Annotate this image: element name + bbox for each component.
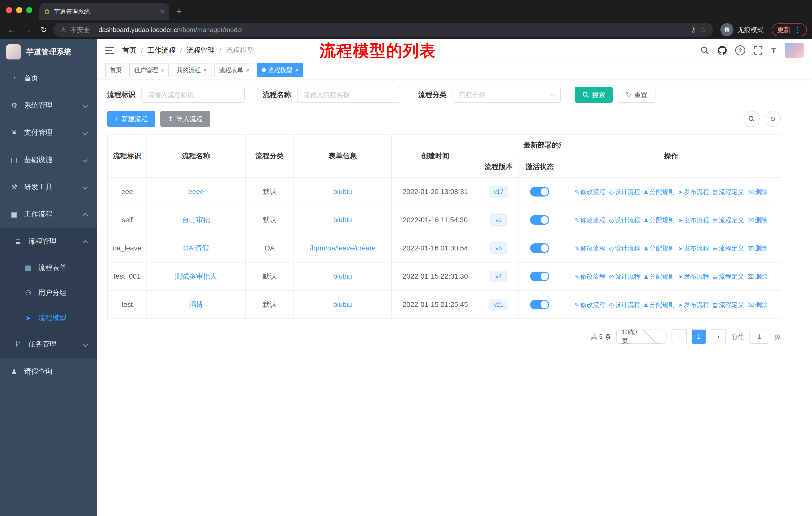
bookmark-star-icon[interactable]: ☆ xyxy=(700,26,706,34)
security-label[interactable]: 不安全 xyxy=(70,25,90,34)
form-info-link[interactable]: /bpm/oa/leave/create xyxy=(310,244,376,252)
edit-model-link[interactable]: ✎修改流程 xyxy=(575,245,605,252)
breadcrumb-workflow[interactable]: 工作流程 xyxy=(137,46,176,55)
search-icon[interactable] xyxy=(700,46,709,55)
sidebar-item-system[interactable]: ⚙ 系统管理 xyxy=(0,92,97,119)
delete-model-link[interactable]: ⌧删除 xyxy=(748,273,767,280)
next-page-button[interactable]: › xyxy=(711,329,726,344)
import-model-button[interactable]: ↥ 导入流程 xyxy=(160,111,210,127)
close-window-button[interactable] xyxy=(6,7,12,13)
sidebar-item-process-form[interactable]: ▥ 流程表单 xyxy=(0,255,97,280)
form-info-link[interactable]: biubiu xyxy=(333,216,352,224)
tag-close-icon[interactable]: × xyxy=(246,66,250,74)
hamburger-icon[interactable] xyxy=(105,47,114,54)
sidebar-item-payment[interactable]: ¥ 支付管理 xyxy=(0,119,97,146)
tag-close-icon[interactable]: × xyxy=(161,66,164,74)
design-model-link[interactable]: ◎设计流程 xyxy=(609,188,640,195)
process-definition-link[interactable]: ▤流程定义 xyxy=(713,273,744,280)
deploy-model-link[interactable]: ➤发布流程 xyxy=(678,216,709,223)
model-name-link[interactable]: 测试多审批人 xyxy=(175,272,217,280)
form-info-link[interactable]: biubiu xyxy=(333,272,352,280)
back-icon[interactable]: ← xyxy=(5,25,18,34)
assign-rule-link[interactable]: ♟分配规则 xyxy=(644,216,675,223)
address-bar[interactable]: ⚠ 不安全 dashboard.yudao.iocoder.cn/bpm/man… xyxy=(53,23,713,37)
tag-close-icon[interactable]: × xyxy=(203,66,207,74)
sidebar-item-leave-query[interactable]: ♟ 请假查询 xyxy=(0,358,97,385)
sidebar-item-home[interactable]: ◔ 首页 xyxy=(0,64,97,92)
tag-my-process[interactable]: 我的流程 × xyxy=(172,63,211,77)
filter-name-input[interactable] xyxy=(297,87,400,103)
version-badge[interactable]: v4 xyxy=(490,271,507,282)
version-badge[interactable]: v17 xyxy=(489,186,509,197)
edit-model-link[interactable]: ✎修改流程 xyxy=(575,188,605,195)
active-status-toggle[interactable] xyxy=(530,243,549,253)
process-definition-link[interactable]: ▤流程定义 xyxy=(713,188,744,195)
zoom-window-button[interactable] xyxy=(26,7,32,13)
forward-icon[interactable]: → xyxy=(21,25,34,34)
design-model-link[interactable]: ◎设计流程 xyxy=(609,273,640,280)
edit-model-link[interactable]: ✎修改流程 xyxy=(575,301,605,308)
filter-category-select[interactable]: 流程分类 xyxy=(453,87,561,103)
active-status-toggle[interactable] xyxy=(530,215,549,225)
model-name-link[interactable]: 自己审批 xyxy=(182,216,210,224)
prev-page-button[interactable]: ‹ xyxy=(671,329,687,344)
edit-model-link[interactable]: ✎修改流程 xyxy=(575,216,605,223)
minimize-window-button[interactable] xyxy=(16,7,22,13)
edit-model-link[interactable]: ✎修改流程 xyxy=(575,273,605,280)
active-status-toggle[interactable] xyxy=(530,272,549,281)
design-model-link[interactable]: ◎设计流程 xyxy=(609,216,640,223)
model-name-link[interactable]: eeee xyxy=(188,188,204,195)
model-name-link[interactable]: 滔博 xyxy=(189,301,203,308)
search-button[interactable]: 搜索 xyxy=(575,87,613,103)
goto-page-input[interactable] xyxy=(749,330,769,344)
assign-rule-link[interactable]: ♟分配规则 xyxy=(644,301,675,308)
tag-home[interactable]: 首页 xyxy=(105,63,126,77)
delete-model-link[interactable]: ⌧删除 xyxy=(748,245,767,252)
sidebar-item-devtools[interactable]: ⚒ 研发工具 xyxy=(0,173,97,200)
new-tab-button[interactable]: + xyxy=(176,6,182,17)
breadcrumb-home[interactable]: 首页 xyxy=(122,46,137,55)
breadcrumb-process-mgmt[interactable]: 流程管理 xyxy=(176,46,215,55)
sidebar-item-workflow[interactable]: ▣ 工作流程 xyxy=(0,200,97,228)
deploy-model-link[interactable]: ➤发布流程 xyxy=(678,273,709,280)
help-icon[interactable]: ? xyxy=(735,45,745,55)
assign-rule-link[interactable]: ♟分配规则 xyxy=(644,245,675,252)
filter-key-input[interactable] xyxy=(141,87,245,103)
deploy-model-link[interactable]: ➤发布流程 xyxy=(678,301,709,308)
tag-process-form[interactable]: 流程表单 × xyxy=(214,63,254,77)
sidebar-item-process-mgmt[interactable]: ≣ 流程管理 xyxy=(0,228,97,255)
process-definition-link[interactable]: ▤流程定义 xyxy=(713,216,744,223)
browser-menu-icon[interactable]: ⋮ xyxy=(794,26,802,34)
browser-update-button[interactable]: 更新 ⋮ xyxy=(772,23,807,36)
sidebar-item-process-model[interactable]: ➤ 流程模型 xyxy=(0,305,97,331)
assign-rule-link[interactable]: ♟分配规则 xyxy=(644,188,675,195)
browser-tab[interactable]: ✿ 芋道管理系统 × xyxy=(39,3,169,20)
deploy-model-link[interactable]: ➤发布流程 xyxy=(678,188,709,195)
create-model-button[interactable]: + 新建流程 xyxy=(107,111,155,127)
fullscreen-icon[interactable] xyxy=(754,46,762,55)
assign-rule-link[interactable]: ♟分配规则 xyxy=(644,273,675,280)
tag-tenant-mgmt[interactable]: 租户管理 × xyxy=(129,63,169,77)
process-definition-link[interactable]: ▤流程定义 xyxy=(713,301,744,308)
sidebar-item-task-mgmt[interactable]: ⚐ 任务管理 xyxy=(0,331,97,358)
sidebar-item-user-group[interactable]: ⚇ 用户分组 xyxy=(0,280,97,305)
delete-model-link[interactable]: ⌧删除 xyxy=(748,216,767,223)
version-badge[interactable]: v2 xyxy=(490,214,507,226)
reset-button[interactable]: ↻ 重置 xyxy=(618,87,656,103)
active-status-toggle[interactable] xyxy=(530,300,549,309)
tab-close-icon[interactable]: × xyxy=(160,7,164,16)
page-size-select[interactable]: 10条/页 xyxy=(616,330,667,344)
app-logo[interactable]: 芋道管理系统 xyxy=(0,39,97,64)
delete-model-link[interactable]: ⌧删除 xyxy=(748,301,767,308)
version-badge[interactable]: v21 xyxy=(489,299,509,310)
delete-model-link[interactable]: ⌧删除 xyxy=(748,188,767,195)
deploy-model-link[interactable]: ➤发布流程 xyxy=(678,245,709,252)
active-status-toggle[interactable] xyxy=(530,187,549,196)
refresh-table-button[interactable]: ↻ xyxy=(765,111,781,127)
process-definition-link[interactable]: ▤流程定义 xyxy=(713,245,744,252)
github-icon[interactable] xyxy=(718,46,727,55)
password-key-icon[interactable]: ⚷ xyxy=(691,26,696,34)
model-name-link[interactable]: OA 请假 xyxy=(183,244,209,252)
form-info-link[interactable]: biubiu xyxy=(333,188,352,195)
page-1-button[interactable]: 1 xyxy=(692,330,706,344)
